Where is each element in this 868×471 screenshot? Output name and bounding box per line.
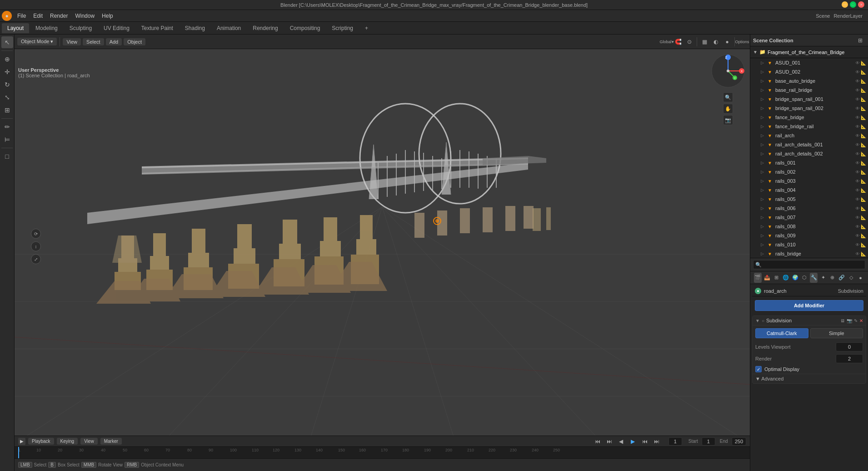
tab-sculpting[interactable]: Sculpting xyxy=(64,23,97,33)
prop-icon-constraints[interactable]: 🔗 xyxy=(838,273,846,283)
options-btn[interactable]: Options xyxy=(737,37,747,47)
maximize-button[interactable]: □ xyxy=(850,1,856,8)
tab-compositing[interactable]: Compositing xyxy=(284,23,326,33)
tab-animation[interactable]: Animation xyxy=(211,23,246,33)
menu-file[interactable]: File xyxy=(14,12,30,20)
tool-transform[interactable]: ⊞ xyxy=(1,104,13,116)
prop-icon-world[interactable]: 🌍 xyxy=(791,273,799,283)
step-back[interactable]: ⏭ xyxy=(605,437,614,446)
advanced-section[interactable]: ▼ Advanced xyxy=(753,374,866,383)
nav-gizmo[interactable]: Z X Y xyxy=(710,53,746,89)
add-modifier-btn[interactable]: Add Modifier xyxy=(755,300,863,311)
tab-shading[interactable]: Shading xyxy=(180,23,210,33)
minimize-button[interactable]: ─ xyxy=(842,1,848,8)
outliner-item-fance-bridge-rail[interactable]: ▷ ▼ fance_bridge_rail 👁📐 xyxy=(750,122,868,131)
prop-icon-view-layer[interactable]: ⊞ xyxy=(773,273,780,283)
outliner-item-base-auto[interactable]: ▷ ▼ base_auto_bridge 👁📐 xyxy=(750,76,868,85)
modifier-render-icon[interactable]: 📷 xyxy=(847,318,852,323)
playback-menu[interactable]: Playback xyxy=(28,438,54,445)
global-transform-btn[interactable]: Global▾ xyxy=(662,37,672,47)
viewport[interactable]: Object Mode ▾ View Select Add Object Glo… xyxy=(15,35,750,471)
outliner-search-input[interactable] xyxy=(753,260,865,269)
simple-btn[interactable]: Simple xyxy=(810,328,863,338)
outliner-item-rails005[interactable]: ▷ ▼ rails_005 👁📐 xyxy=(750,195,868,204)
outliner-item-rails010[interactable]: ▷ ▼ rails_010 👁📐 xyxy=(750,240,868,249)
outliner-item-asud001[interactable]: ▷ ▼ ASUD_001 👁📐 xyxy=(750,58,868,67)
outliner-item-rails008[interactable]: ▷ ▼ rails_008 👁📐 xyxy=(750,222,868,231)
modifier-vis-icon[interactable]: ○ xyxy=(762,318,764,323)
outliner-item-rail-arch[interactable]: ▷ ▼ rail_arch 👁📐 xyxy=(750,131,868,140)
tab-texture-paint[interactable]: Texture Paint xyxy=(136,23,179,33)
outliner-item-bridge-span-002[interactable]: ▷ ▼ bridge_span_rail_002 👁📐 xyxy=(750,104,868,113)
outliner-item-rails002[interactable]: ▷ ▼ rails_002 👁📐 xyxy=(750,167,868,176)
object-menu[interactable]: Object xyxy=(124,38,145,45)
gizmo-circle-3[interactable]: ⤢ xyxy=(31,254,41,264)
snap-btn[interactable]: 🧲 xyxy=(673,37,683,47)
tool-cursor[interactable]: ⊕ xyxy=(1,53,13,65)
outliner-item-asud002[interactable]: ▷ ▼ ASUD_002 👁📐 xyxy=(750,67,868,76)
menu-help[interactable]: Help xyxy=(98,12,117,20)
keying-menu[interactable]: Keying xyxy=(57,438,78,445)
modifier-delete-icon[interactable]: ✕ xyxy=(859,318,863,323)
prop-icon-material[interactable]: ● xyxy=(857,273,864,283)
timeline-icon[interactable]: ▶ xyxy=(18,438,25,445)
tab-scripting[interactable]: Scripting xyxy=(326,23,359,33)
marker-menu[interactable]: Marker xyxy=(100,438,122,445)
end-frame[interactable]: 250 xyxy=(732,437,746,446)
tool-annotate[interactable]: ✏ xyxy=(1,121,13,133)
menu-window[interactable]: Window xyxy=(71,12,98,20)
prop-icon-render[interactable]: 🎬 xyxy=(754,273,762,283)
viewport-canvas[interactable]: User Perspective (1) Scene Collection | … xyxy=(15,49,750,444)
view-gizmo-camera[interactable]: 📷 xyxy=(723,115,733,125)
outliner-item-rails006[interactable]: ▷ ▼ rails_006 👁📐 xyxy=(750,204,868,213)
tool-scale[interactable]: ⤡ xyxy=(1,91,13,103)
tab-layout[interactable]: Layout xyxy=(2,23,29,33)
view-menu-timeline[interactable]: View xyxy=(80,438,98,445)
prop-icon-modifier[interactable]: 🔧 xyxy=(810,273,818,283)
view-menu[interactable]: View xyxy=(63,38,81,45)
optimal-display-checkbox[interactable]: ✓ xyxy=(755,366,762,372)
outliner-item-fance-bridge[interactable]: ▷ ▼ fance_bridge 👁📐 xyxy=(750,113,868,122)
view-gizmo-pan[interactable]: ✋ xyxy=(723,104,733,114)
start-frame[interactable]: 1 xyxy=(702,437,715,446)
gizmo-circle-1[interactable]: ⟳ xyxy=(31,229,41,239)
outliner-item-rails-bridge[interactable]: ▷ ▼ rails_bridge 👁📐 xyxy=(750,249,868,258)
outliner-item-bridge-span-001[interactable]: ▷ ▼ bridge_span_rail_001 👁📐 xyxy=(750,95,868,104)
tab-modeling[interactable]: Modeling xyxy=(30,23,63,33)
prop-icon-output[interactable]: 📤 xyxy=(763,273,771,283)
add-menu[interactable]: Add xyxy=(106,38,122,45)
tool-rotate[interactable]: ↻ xyxy=(1,79,13,90)
outliner-item-rails007[interactable]: ▷ ▼ rails_007 👁📐 xyxy=(750,213,868,222)
gizmo-circle-2[interactable]: ↕ xyxy=(31,241,41,251)
prop-icon-data[interactable]: ◇ xyxy=(848,273,855,283)
step-forward[interactable]: ⏮ xyxy=(640,437,649,446)
timeline-frames[interactable]: 1 10 20 30 40 50 60 70 80 90 100 110 120… xyxy=(15,447,750,459)
close-button[interactable]: ✕ xyxy=(858,1,864,8)
tool-add-cube[interactable]: □ xyxy=(1,150,13,162)
view-gizmo-zoom[interactable]: 🔍 xyxy=(723,92,733,102)
jump-start[interactable]: ⏮ xyxy=(593,437,602,446)
catmull-clark-btn[interactable]: Catmull-Clark xyxy=(755,328,808,338)
levels-viewport-value[interactable]: 0 xyxy=(836,342,863,351)
viewport-shade-solid[interactable]: ◐ xyxy=(711,37,721,47)
jump-end[interactable]: ⏭ xyxy=(652,437,661,446)
prop-icon-object[interactable]: ⬡ xyxy=(801,273,808,283)
outliner-item-rails001[interactable]: ▷ ▼ rails_001 👁📐 xyxy=(750,158,868,167)
current-frame[interactable]: 1 xyxy=(668,437,682,446)
outliner-item-rails004[interactable]: ▷ ▼ rails_004 👁📐 xyxy=(750,185,868,195)
tool-measure[interactable]: ⊨ xyxy=(1,134,13,145)
mode-select[interactable]: Object Mode ▾ xyxy=(17,38,57,45)
prop-icon-physics[interactable]: ⊕ xyxy=(829,273,837,283)
tool-select[interactable]: ↖ xyxy=(1,36,13,48)
scene-collection-root[interactable]: ▼ 📁 Fragment_of_the_Crimean_Bridge xyxy=(753,48,865,56)
outliner-filter-btn[interactable]: ⊞ xyxy=(855,35,865,45)
outliner-item-base-rail[interactable]: ▷ ▼ base_rail_bridge 👁📐 xyxy=(750,85,868,95)
menu-edit[interactable]: Edit xyxy=(30,12,46,20)
outliner-item-rails009[interactable]: ▷ ▼ rails_009 👁📐 xyxy=(750,231,868,240)
viewport-shade-wire[interactable]: ▦ xyxy=(699,37,709,47)
modifier-expand[interactable]: ▼ xyxy=(755,318,760,323)
modifier-edit-icon[interactable]: ✎ xyxy=(854,318,858,323)
outliner-item-rail-arch-details-001[interactable]: ▷ ▼ rail_arch_details_001 👁📐 xyxy=(750,140,868,149)
outliner-item-rail-arch-details-002[interactable]: ▷ ▼ rail_arch_details_002 👁📐 xyxy=(750,149,868,158)
play-forward[interactable]: ▶ xyxy=(629,437,638,446)
